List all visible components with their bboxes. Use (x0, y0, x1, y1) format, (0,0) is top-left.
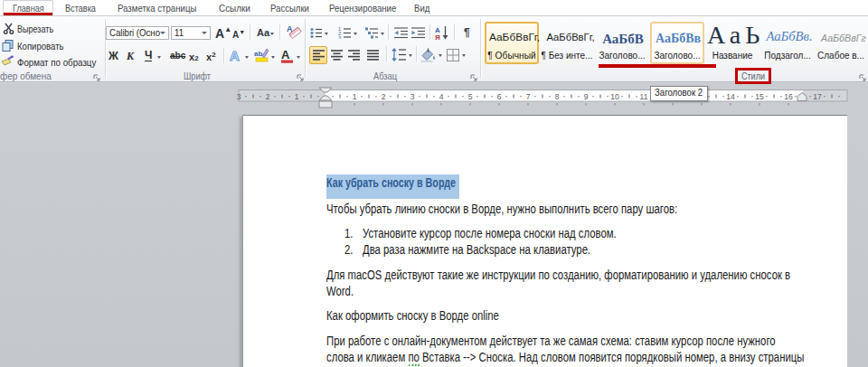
svg-text:15: 15 (755, 92, 764, 101)
svg-text:А: А (281, 48, 290, 61)
svg-text:ab: ab (254, 50, 262, 58)
svg-text:9: 9 (584, 92, 589, 101)
svg-text:1: 1 (295, 92, 299, 101)
svg-text:17: 17 (813, 92, 822, 101)
svg-text:7: 7 (526, 92, 531, 101)
svg-text:10: 10 (610, 92, 619, 101)
svg-text:8: 8 (555, 92, 560, 101)
svg-text:Я: Я (435, 33, 440, 40)
svg-text:3: 3 (338, 35, 341, 39)
svg-text:6: 6 (497, 92, 502, 101)
svg-text:3: 3 (410, 92, 415, 101)
svg-text:2: 2 (382, 92, 386, 101)
svg-text:3: 3 (237, 92, 241, 101)
svg-text:2: 2 (266, 92, 270, 101)
svg-text:А: А (230, 48, 240, 62)
svg-text:4: 4 (439, 92, 444, 101)
svg-text:16: 16 (784, 92, 793, 101)
svg-text:11: 11 (640, 92, 648, 101)
svg-text:14: 14 (726, 92, 735, 101)
svg-text:1: 1 (353, 92, 357, 101)
svg-text:5: 5 (468, 92, 473, 101)
